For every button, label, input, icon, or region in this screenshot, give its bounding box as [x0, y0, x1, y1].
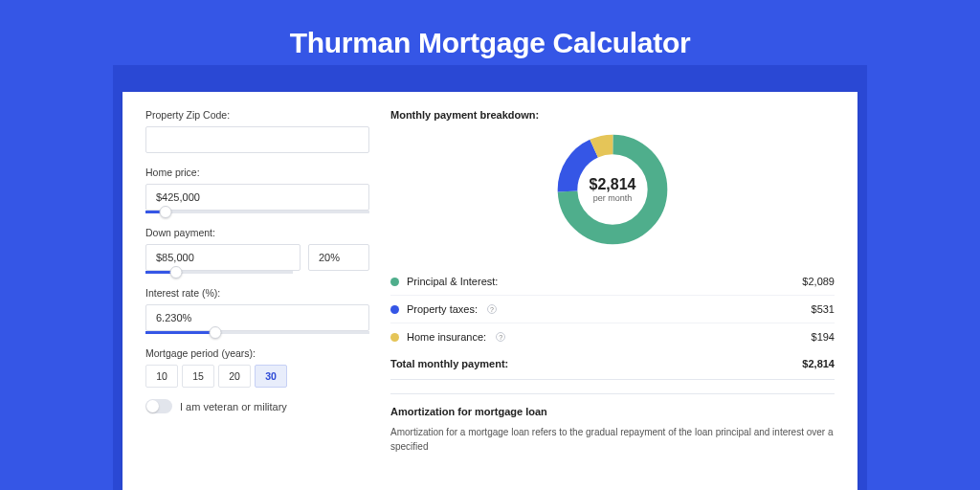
legend-value: $531 [812, 303, 835, 315]
donut-chart-wrap: $2,814 per month [390, 126, 835, 260]
donut-center-sub: per month [593, 193, 633, 203]
zip-label: Property Zip Code: [145, 109, 369, 121]
home-price-slider[interactable] [145, 211, 369, 213]
mortgage-period-group: Mortgage period (years): 10152030 [145, 347, 369, 388]
period-option-30[interactable]: 30 [255, 365, 287, 388]
amortization-body: Amortization for a mortgage loan refers … [390, 425, 835, 454]
down-payment-group: Down payment: [145, 227, 369, 274]
donut-center-value: $2,814 [590, 176, 636, 193]
home-price-label: Home price: [145, 167, 369, 178]
home-price-input[interactable] [145, 184, 369, 211]
total-label: Total monthly payment: [390, 358, 508, 369]
slider-thumb[interactable] [160, 206, 172, 218]
legend-value: $194 [812, 331, 835, 343]
interest-rate-input[interactable] [145, 304, 369, 331]
interest-rate-label: Interest rate (%): [145, 287, 369, 299]
calculator-panel: Property Zip Code: Home price: Down paym… [122, 92, 858, 490]
home-price-group: Home price: [145, 167, 369, 213]
slider-thumb[interactable] [209, 326, 221, 339]
legend-row: Principal & Interest:$2,089 [390, 268, 835, 296]
period-option-15[interactable]: 15 [182, 365, 214, 388]
legend-dot-icon [390, 305, 399, 314]
veteran-label: I am veteran or military [180, 401, 287, 412]
legend-label: Principal & Interest: [407, 276, 498, 287]
zip-input[interactable] [145, 126, 369, 153]
amortization-section: Amortization for mortgage loan Amortizat… [390, 393, 835, 454]
total-value: $2,814 [802, 358, 835, 369]
down-payment-label: Down payment: [145, 227, 369, 238]
info-icon[interactable]: ? [487, 304, 497, 314]
zip-group: Property Zip Code: [145, 109, 369, 153]
period-option-20[interactable]: 20 [218, 365, 251, 388]
interest-rate-slider[interactable] [145, 331, 369, 334]
info-icon[interactable]: ? [496, 332, 505, 342]
down-payment-amount-input[interactable] [145, 244, 301, 271]
legend-row: Home insurance:?$194 [390, 323, 835, 350]
legend-label: Property taxes: [407, 303, 478, 315]
legend-label: Home insurance: [407, 331, 486, 343]
result-column: Monthly payment breakdown: $2,814 per mo… [390, 92, 858, 490]
legend-dot-icon [390, 278, 399, 286]
period-option-10[interactable]: 10 [145, 365, 178, 388]
veteran-toggle[interactable] [145, 399, 172, 413]
donut-chart: $2,814 per month [553, 130, 672, 249]
total-row: Total monthly payment: $2,814 [390, 350, 835, 380]
mortgage-period-label: Mortgage period (years): [145, 347, 369, 359]
legend-row: Property taxes:?$531 [390, 296, 835, 323]
legend-value: $2,089 [802, 276, 835, 287]
legend: Principal & Interest:$2,089Property taxe… [390, 268, 835, 350]
veteran-toggle-row: I am veteran or military [145, 399, 369, 413]
slider-thumb[interactable] [170, 266, 183, 278]
page-title: Thurman Mortgage Calculator [0, 0, 980, 59]
down-payment-percent-input[interactable] [308, 244, 369, 271]
breakdown-heading: Monthly payment breakdown: [390, 109, 835, 121]
down-payment-slider[interactable] [145, 271, 293, 274]
interest-rate-group: Interest rate (%): [145, 287, 369, 334]
form-column: Property Zip Code: Home price: Down paym… [122, 92, 390, 490]
amortization-heading: Amortization for mortgage loan [390, 406, 835, 417]
app-root: Thurman Mortgage Calculator Property Zip… [0, 0, 980, 490]
legend-dot-icon [390, 333, 399, 342]
